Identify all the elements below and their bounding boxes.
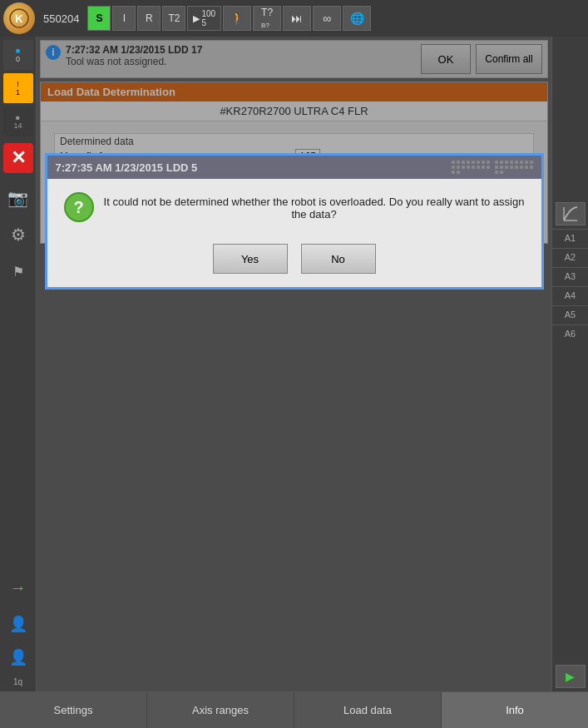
right-label-a4: A4 (552, 286, 588, 302)
right-curve-btn[interactable] (556, 202, 586, 225)
svg-text:K: K (15, 12, 23, 25)
dots-grid-2 (495, 161, 533, 174)
close-icon: ✕ (11, 147, 26, 169)
tool-icon-btn[interactable]: T?B? (253, 6, 281, 31)
dialog-titlebar: 7:27:35 AM 1/23/2015 LDD 5 (47, 156, 541, 179)
dialog-titlebar-icons (452, 161, 533, 174)
tab-info[interactable]: Info (442, 692, 588, 728)
sidebar-num-14: ■ 14 (3, 106, 33, 136)
play-right-icon: ▶ (566, 670, 575, 683)
tab-axis-ranges[interactable]: Axis ranges (147, 692, 294, 728)
tab-load-data-label: Load data (343, 704, 392, 716)
top-bar: K 550204 S I R T2 ▶ 1005 🚶 T?B? ⏭ ∞ 🌐 (0, 0, 588, 37)
sidebar-x-btn[interactable]: ✕ (3, 143, 33, 173)
sidebar-label-1q: 1q (12, 676, 24, 688)
globe-icon: 🌐 (350, 12, 364, 25)
sidebar-flag-btn[interactable]: ⚑ (3, 256, 33, 286)
sidebar-person2-btn[interactable]: 👤 (3, 642, 33, 672)
right-label-a2: A2 (552, 248, 588, 264)
play-icon: ▶ (193, 13, 200, 24)
content-area: i 7:27:32 AM 1/23/2015 LDD 17 Tool was n… (37, 37, 551, 691)
tab-axis-ranges-label: Axis ranges (192, 704, 249, 716)
dialog-body: ? It could not be determined whether the… (47, 179, 541, 235)
run-group[interactable]: ▶ 1005 (187, 6, 221, 31)
walk-icon: 🚶 (230, 12, 245, 25)
tab-info-label: Info (506, 704, 524, 716)
gear-icon: ⚙ (11, 225, 26, 245)
globe-btn[interactable]: 🌐 (343, 6, 371, 31)
tab-settings-label: Settings (54, 704, 93, 716)
sidebar-camera-btn[interactable]: 📷 (3, 183, 33, 213)
bottom-bar: Settings Axis ranges Load data Info (0, 691, 588, 728)
no-button[interactable]: No (301, 244, 376, 274)
btn-t2[interactable]: T2 (162, 6, 185, 31)
skip-icon-btn[interactable]: ⏭ (283, 6, 311, 31)
btn-i[interactable]: I (112, 6, 136, 31)
tab-load-data[interactable]: Load data (294, 692, 442, 728)
device-id: 550204 (37, 12, 86, 25)
question-icon: ? (64, 192, 94, 222)
yes-button[interactable]: Yes (213, 244, 288, 274)
right-label-a3: A3 (552, 267, 588, 283)
skip-icon: ⏭ (291, 12, 303, 25)
sidebar-arrow-btn[interactable]: → (3, 572, 33, 602)
infinity-btn[interactable]: ∞ (313, 6, 341, 31)
flag-icon: ⚑ (12, 264, 24, 280)
logo: K (3, 2, 35, 34)
btn-s[interactable]: S (87, 6, 111, 31)
btn-r[interactable]: R (137, 6, 161, 31)
sidebar-num-1: ! 1 (3, 73, 33, 103)
tab-settings[interactable]: Settings (0, 692, 147, 728)
run-speed: 1005 (201, 9, 215, 27)
wrench-icon: T?B? (261, 7, 273, 30)
dialog-timestamp: 7:27:35 AM 1/23/2015 LDD 5 (56, 161, 198, 174)
right-label-a5: A5 (552, 305, 588, 321)
arrow-right-icon: → (10, 578, 27, 597)
person2-icon: 👤 (9, 648, 27, 666)
dialog-message: It could not be determined whether the r… (104, 192, 525, 220)
dialog-buttons: Yes No (47, 235, 541, 287)
walk-icon-btn[interactable]: 🚶 (223, 6, 251, 31)
sidebar-gear-btn[interactable]: ⚙ (3, 220, 33, 250)
right-play-btn[interactable]: ▶ (556, 665, 586, 688)
dialog-box: 7:27:35 AM 1/23/2015 LDD 5 (45, 153, 544, 290)
dialog-overlay: 7:27:35 AM 1/23/2015 LDD 5 (37, 37, 551, 691)
sidebar-num-0: ■ 0 (3, 40, 33, 70)
person1-icon: 👤 (9, 615, 27, 633)
dots-grid-1 (452, 161, 490, 174)
camera-icon: 📷 (7, 188, 28, 208)
right-sidebar: A1 A2 A3 A4 A5 A6 ▶ (551, 37, 588, 691)
sidebar-person1-btn[interactable]: 👤 (3, 609, 33, 639)
main-layout: ■ 0 ! 1 ■ 14 ✕ 📷 ⚙ ⚑ → 👤 👤 (0, 37, 588, 691)
right-label-a6: A6 (552, 324, 588, 340)
left-sidebar: ■ 0 ! 1 ■ 14 ✕ 📷 ⚙ ⚑ → 👤 👤 (0, 37, 37, 691)
right-label-a1: A1 (552, 229, 588, 245)
infinity-icon: ∞ (323, 12, 331, 25)
